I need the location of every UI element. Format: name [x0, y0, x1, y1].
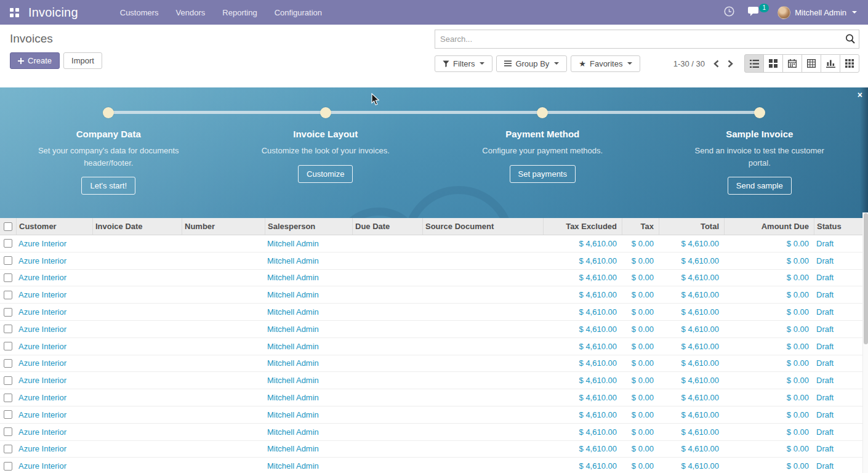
- cell-customer[interactable]: Azure Interior: [16, 321, 92, 338]
- cell-select[interactable]: [0, 458, 16, 473]
- cell-tax[interactable]: $ 0.00: [622, 458, 659, 473]
- row-checkbox[interactable]: [4, 342, 12, 350]
- cell-status[interactable]: Draft: [814, 321, 862, 338]
- cell-tax[interactable]: $ 0.00: [622, 441, 659, 458]
- cell-select[interactable]: [0, 424, 16, 440]
- cell-amount-due[interactable]: $ 0.00: [724, 406, 814, 423]
- header-customer[interactable]: Customer: [16, 218, 92, 235]
- lets-start-button[interactable]: Let's start!: [81, 177, 135, 195]
- activity-view-icon[interactable]: [840, 54, 859, 73]
- cell-due-date[interactable]: [352, 235, 422, 252]
- cell-customer[interactable]: Azure Interior: [16, 338, 92, 355]
- header-salesperson[interactable]: Salesperson: [265, 218, 352, 235]
- favorites-button[interactable]: ★ Favorites: [571, 55, 640, 72]
- cell-number[interactable]: [182, 304, 265, 320]
- cell-customer[interactable]: Azure Interior: [16, 286, 92, 303]
- send-sample-button[interactable]: Send sample: [728, 177, 792, 195]
- cell-tax-excluded[interactable]: $ 4,610.00: [543, 235, 622, 252]
- cell-tax-excluded[interactable]: $ 4,610.00: [543, 304, 622, 320]
- cell-customer[interactable]: Azure Interior: [16, 270, 92, 286]
- filters-button[interactable]: Filters: [435, 55, 492, 72]
- header-invoice-date[interactable]: Invoice Date: [92, 218, 182, 235]
- cell-total[interactable]: $ 4,610.00: [659, 338, 724, 355]
- cell-tax[interactable]: $ 0.00: [622, 304, 659, 320]
- cell-customer[interactable]: Azure Interior: [16, 458, 92, 473]
- app-name[interactable]: Invoicing: [28, 6, 78, 20]
- row-checkbox[interactable]: [4, 308, 12, 317]
- cell-status[interactable]: Draft: [814, 372, 862, 389]
- cell-customer[interactable]: Azure Interior: [16, 441, 92, 458]
- cell-total[interactable]: $ 4,610.00: [659, 355, 724, 372]
- cell-due-date[interactable]: [352, 338, 422, 355]
- search-icon[interactable]: [845, 33, 856, 47]
- cell-tax-excluded[interactable]: $ 4,610.00: [543, 389, 622, 406]
- invoice-row[interactable]: Azure InteriorMitchell Admin$ 4,610.00$ …: [0, 372, 862, 389]
- cell-number[interactable]: [182, 355, 265, 372]
- invoice-row[interactable]: Azure InteriorMitchell Admin$ 4,610.00$ …: [0, 389, 862, 406]
- row-checkbox[interactable]: [4, 291, 12, 299]
- cell-due-date[interactable]: [352, 389, 422, 406]
- header-amount-due[interactable]: Amount Due: [724, 218, 814, 235]
- cell-status[interactable]: Draft: [814, 424, 862, 440]
- cell-invoice-date[interactable]: [92, 253, 182, 269]
- cell-total[interactable]: $ 4,610.00: [659, 372, 724, 389]
- cell-total[interactable]: $ 4,610.00: [659, 406, 724, 423]
- cell-number[interactable]: [182, 270, 265, 286]
- cell-salesperson[interactable]: Mitchell Admin: [265, 355, 352, 372]
- cell-customer[interactable]: Azure Interior: [16, 235, 92, 252]
- cell-amount-due[interactable]: $ 0.00: [724, 270, 814, 286]
- cell-status[interactable]: Draft: [814, 406, 862, 423]
- row-checkbox[interactable]: [4, 376, 12, 385]
- invoice-row[interactable]: Azure InteriorMitchell Admin$ 4,610.00$ …: [0, 458, 862, 473]
- cell-due-date[interactable]: [352, 286, 422, 303]
- messages-button[interactable]: 1: [743, 2, 765, 23]
- cell-total[interactable]: $ 4,610.00: [659, 424, 724, 440]
- cell-source-document[interactable]: [422, 389, 543, 406]
- cell-invoice-date[interactable]: [92, 389, 182, 406]
- invoice-row[interactable]: Azure InteriorMitchell Admin$ 4,610.00$ …: [0, 406, 862, 424]
- scrollbar-thumb[interactable]: [864, 213, 868, 344]
- cell-amount-due[interactable]: $ 0.00: [724, 389, 814, 406]
- cell-source-document[interactable]: [422, 441, 543, 458]
- cell-customer[interactable]: Azure Interior: [16, 304, 92, 320]
- cell-salesperson[interactable]: Mitchell Admin: [265, 406, 352, 423]
- cell-total[interactable]: $ 4,610.00: [659, 286, 724, 303]
- cell-number[interactable]: [182, 235, 265, 252]
- invoice-row[interactable]: Azure InteriorMitchell Admin$ 4,610.00$ …: [0, 286, 862, 304]
- cell-salesperson[interactable]: Mitchell Admin: [265, 424, 352, 440]
- header-due-date[interactable]: Due Date: [352, 218, 422, 235]
- cell-due-date[interactable]: [352, 441, 422, 458]
- invoice-row[interactable]: Azure InteriorMitchell Admin$ 4,610.00$ …: [0, 253, 862, 270]
- cell-select[interactable]: [0, 355, 16, 372]
- cell-status[interactable]: Draft: [814, 458, 862, 473]
- invoice-row[interactable]: Azure InteriorMitchell Admin$ 4,610.00$ …: [0, 441, 862, 458]
- cell-tax[interactable]: $ 0.00: [622, 424, 659, 440]
- cell-tax[interactable]: $ 0.00: [622, 389, 659, 406]
- row-checkbox[interactable]: [4, 462, 12, 471]
- cell-select[interactable]: [0, 286, 16, 303]
- cell-source-document[interactable]: [422, 424, 543, 440]
- header-tax[interactable]: Tax: [622, 218, 659, 235]
- cell-source-document[interactable]: [422, 253, 543, 269]
- row-checkbox[interactable]: [4, 445, 12, 453]
- pivot-view-icon[interactable]: [802, 54, 821, 73]
- menu-vendors[interactable]: Vendors: [169, 1, 213, 25]
- cell-select[interactable]: [0, 406, 16, 423]
- cell-amount-due[interactable]: $ 0.00: [724, 458, 814, 473]
- cell-total[interactable]: $ 4,610.00: [659, 389, 724, 406]
- row-checkbox[interactable]: [4, 325, 12, 333]
- cell-status[interactable]: Draft: [814, 235, 862, 252]
- cell-tax-excluded[interactable]: $ 4,610.00: [543, 355, 622, 372]
- cell-salesperson[interactable]: Mitchell Admin: [265, 270, 352, 286]
- cell-tax-excluded[interactable]: $ 4,610.00: [543, 270, 622, 286]
- cell-amount-due[interactable]: $ 0.00: [724, 424, 814, 440]
- cell-customer[interactable]: Azure Interior: [16, 372, 92, 389]
- row-checkbox[interactable]: [4, 239, 12, 248]
- cell-status[interactable]: Draft: [814, 441, 862, 458]
- group-by-button[interactable]: Group By: [496, 55, 567, 72]
- cell-invoice-date[interactable]: [92, 304, 182, 320]
- cell-tax[interactable]: $ 0.00: [622, 270, 659, 286]
- cell-tax-excluded[interactable]: $ 4,610.00: [543, 338, 622, 355]
- cell-amount-due[interactable]: $ 0.00: [724, 321, 814, 338]
- cell-tax-excluded[interactable]: $ 4,610.00: [543, 321, 622, 338]
